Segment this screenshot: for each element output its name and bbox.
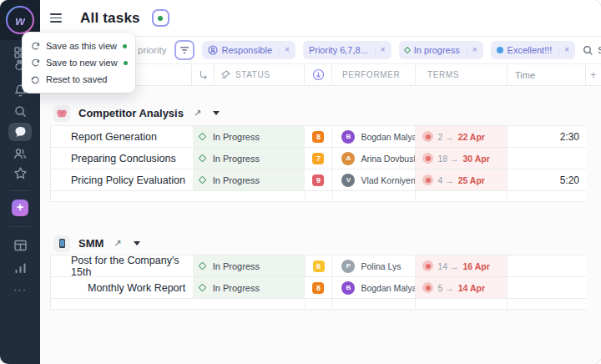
chip-close-icon[interactable]: ×	[558, 46, 569, 54]
add-task-row[interactable]	[51, 191, 586, 202]
filter-chip-in-progress[interactable]: In progress ×	[399, 41, 483, 59]
menu-item-save-as-this-view[interactable]: Save as this view	[23, 38, 135, 54]
task-row[interactable]: Monthly Work Report In Progress 8 B Bogd…	[51, 277, 586, 299]
terms-start: 2 →	[437, 132, 453, 142]
priority-cell[interactable]: 8	[305, 277, 332, 298]
column-performer[interactable]: PERFORMER	[332, 64, 416, 85]
group-title[interactable]: SMM	[78, 237, 104, 250]
terms-cell[interactable]: 14 → 16 Apr	[416, 255, 508, 276]
performer-cell[interactable]: A Arina Dovbush	[332, 148, 416, 169]
filter-chip-excellent[interactable]: Excellent!!! ×	[491, 41, 576, 59]
add-column-button[interactable]: +	[586, 64, 601, 85]
performer-cell[interactable]: V Vlad Korniyenko	[332, 169, 416, 190]
app-logo[interactable]: w	[6, 6, 34, 34]
terms-end: 14 Apr	[458, 283, 485, 293]
status-diamond-icon	[198, 262, 206, 270]
filter-chip-responsible[interactable]: Responsible ×	[202, 41, 295, 59]
avatar: P	[341, 260, 355, 273]
terms-cell[interactable]: 18 → 30 Apr	[416, 148, 508, 169]
time-cell[interactable]	[508, 277, 586, 298]
empty-cell[interactable]	[51, 299, 193, 309]
empty-cell[interactable]	[333, 191, 417, 201]
empty-cell[interactable]	[416, 191, 508, 201]
menu-item-save-to-new-view[interactable]: Save to new view	[23, 54, 135, 71]
empty-cell[interactable]	[306, 191, 333, 201]
empty-cell[interactable]	[193, 299, 306, 309]
task-row[interactable]: Post for the Company's 15th In Progress …	[51, 255, 586, 277]
filter-button[interactable]	[174, 40, 194, 60]
column-priority[interactable]	[305, 64, 332, 85]
task-row[interactable]: Preparing Conclusions In Progress 7 A Ar…	[51, 148, 586, 169]
priority-cell[interactable]: 8	[305, 126, 332, 147]
search-icon	[583, 45, 593, 56]
empty-cell[interactable]	[508, 191, 586, 201]
status-cell[interactable]: In Progress	[193, 255, 306, 276]
task-row[interactable]: Report Generation In Progress 8 B Bogdan…	[51, 126, 586, 148]
task-name[interactable]: Report Generation	[51, 126, 193, 147]
menu-hamburger-icon[interactable]	[50, 13, 62, 23]
priority-cell[interactable]: 6	[306, 255, 333, 276]
search-button[interactable]: Search	[583, 45, 601, 56]
column-time[interactable]: Time	[508, 64, 586, 85]
column-status[interactable]: STATUS	[215, 64, 305, 85]
status-cell[interactable]: In Progress	[193, 148, 306, 169]
person-icon	[208, 45, 218, 55]
reports-table-icon[interactable]	[13, 238, 28, 253]
time-cell[interactable]	[508, 255, 586, 276]
column-terms[interactable]: TERMS	[416, 64, 508, 85]
favorites-star-icon[interactable]	[13, 165, 28, 180]
status-cell[interactable]: In Progress	[193, 277, 306, 298]
group-header-competitor-analysis[interactable]: Competitor Analysis ↗	[53, 101, 601, 125]
open-group-arrow-icon[interactable]: ↗	[194, 108, 201, 119]
filter-chip-priority[interactable]: Priority 6,7,8... ×	[303, 41, 391, 59]
time-cell[interactable]: 2:30	[508, 126, 586, 147]
time-cell[interactable]: 5:20	[508, 169, 586, 190]
task-name[interactable]: Preparing Conclusions	[51, 148, 193, 169]
menu-item-reset-to-saved[interactable]: Reset to saved	[23, 71, 135, 88]
group-header-smm[interactable]: SMM ↗	[53, 232, 601, 255]
performer-cell[interactable]: P Polina Lys	[332, 255, 416, 276]
chip-close-icon[interactable]: ×	[279, 46, 290, 54]
priority-cell[interactable]: 7	[305, 148, 332, 169]
green-diamond-icon	[403, 47, 410, 53]
performer-cell[interactable]: B Bogdan Malyar	[332, 277, 416, 298]
more-icon[interactable]: ···	[13, 282, 28, 297]
status-diamond-icon	[198, 176, 206, 185]
add-task-row[interactable]	[51, 299, 586, 310]
priority-badge: 8	[312, 282, 324, 294]
empty-cell[interactable]	[333, 299, 417, 309]
add-button[interactable]: +	[12, 200, 28, 216]
empty-cell[interactable]	[416, 299, 508, 309]
terms-cell[interactable]: 2 → 22 Apr	[416, 126, 508, 147]
view-state-button[interactable]	[152, 9, 169, 27]
empty-cell[interactable]	[51, 191, 193, 201]
sort-partial-label[interactable]: priority	[138, 45, 167, 55]
collapse-caret-icon[interactable]	[134, 241, 140, 245]
status-cell[interactable]: In Progress	[193, 169, 306, 190]
status-cell[interactable]: In Progress	[193, 126, 306, 147]
team-people-icon[interactable]	[13, 146, 28, 161]
menu-item-label: Save as this view	[46, 41, 117, 51]
search-icon[interactable]	[13, 104, 28, 119]
task-name[interactable]: Post for the Company's 15th	[51, 255, 193, 276]
chip-close-icon[interactable]: ×	[375, 46, 386, 54]
status-label: In Progress	[213, 132, 260, 142]
group-title[interactable]: Competitor Analysis	[78, 107, 184, 119]
terms-cell[interactable]: 5 → 14 Apr	[416, 277, 508, 298]
task-name[interactable]: Pricing Policy Evaluation	[51, 169, 193, 190]
empty-cell[interactable]	[193, 191, 306, 201]
empty-cell[interactable]	[508, 299, 586, 309]
open-group-arrow-icon[interactable]: ↗	[114, 238, 121, 249]
task-name[interactable]: Monthly Work Report	[51, 277, 193, 298]
analytics-bars-icon[interactable]	[13, 260, 28, 276]
priority-cell[interactable]: 9	[305, 169, 332, 190]
column-subtasks[interactable]	[192, 64, 215, 85]
chip-close-icon[interactable]: ×	[467, 46, 477, 54]
collapse-caret-icon[interactable]	[213, 111, 220, 115]
time-cell[interactable]	[508, 148, 586, 169]
messenger-chat-icon[interactable]	[8, 123, 32, 141]
performer-cell[interactable]: B Bogdan Malyar	[332, 126, 416, 147]
terms-cell[interactable]: 4 → 25 Apr	[416, 169, 508, 190]
task-row[interactable]: Pricing Policy Evaluation In Progress 9 …	[51, 169, 586, 191]
empty-cell[interactable]	[306, 299, 333, 309]
